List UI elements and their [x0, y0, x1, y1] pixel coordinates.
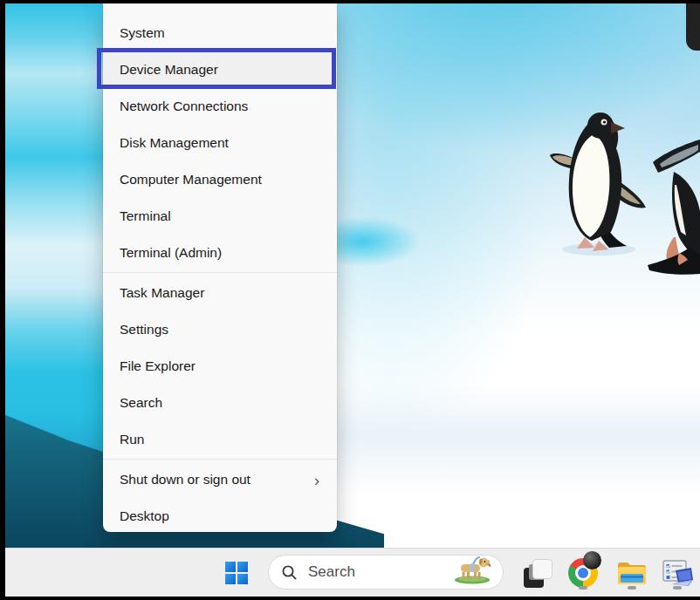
menu-item-label: Task Manager	[120, 285, 204, 301]
chrome-button[interactable]	[564, 554, 602, 592]
menu-item-run[interactable]: Run	[103, 421, 337, 458]
menu-item-label: Computer Management	[120, 172, 262, 188]
snow-shadow-band	[332, 384, 700, 497]
menu-separator	[103, 459, 337, 460]
menu-item-label: Settings	[120, 322, 168, 338]
menu-item-label: Run	[120, 432, 144, 447]
menu-item-disk-management[interactable]: Disk Management	[103, 125, 337, 161]
menu-item-label: Device Manager	[120, 62, 218, 78]
menu-item-label: Shut down or sign out	[120, 472, 250, 488]
taskbar-search-box[interactable]: Search	[268, 555, 504, 590]
menu-item-label: Desktop	[120, 508, 169, 524]
menu-item-shut-down-or-sign-out[interactable]: Shut down or sign out ›	[103, 461, 337, 498]
file-explorer-button[interactable]	[613, 554, 651, 592]
corner-dark-shape	[686, 0, 700, 51]
task-view-button[interactable]	[517, 554, 555, 592]
crop-frame-bottom	[0, 597, 700, 600]
menu-item-computer-management[interactable]: Computer Management	[103, 161, 337, 198]
running-indicator	[628, 586, 636, 590]
menu-item-system[interactable]: System	[103, 15, 337, 51]
menu-item-network-connections[interactable]: Network Connections	[103, 88, 337, 125]
start-button[interactable]	[217, 554, 256, 592]
search-icon	[281, 564, 298, 581]
iceberg-cyan-patch	[325, 216, 421, 267]
menu-item-search[interactable]: Search	[103, 385, 337, 421]
menu-item-label: Terminal (Admin)	[120, 245, 222, 261]
chevron-right-icon: ›	[314, 472, 319, 488]
windows-logo-icon	[225, 562, 248, 584]
crop-frame-top	[0, 0, 700, 3]
menu-item-label: File Explorer	[120, 358, 196, 374]
running-indicator	[579, 586, 587, 590]
menu-item-desktop[interactable]: Desktop	[103, 498, 337, 535]
crop-frame-left	[0, 0, 5, 600]
running-indicator	[673, 586, 682, 590]
profile-avatar	[583, 551, 601, 569]
menu-item-settings[interactable]: Settings	[103, 311, 337, 348]
menu-item-terminal[interactable]: Terminal	[103, 198, 337, 235]
menu-item-label: Search	[120, 395, 162, 411]
menu-item-file-explorer[interactable]: File Explorer	[103, 348, 337, 385]
desktop-screen: System Device Manager Network Connection…	[0, 0, 700, 600]
penguin-partial-image	[648, 124, 700, 294]
search-placeholder: Search	[308, 563, 355, 581]
menu-item-label: Disk Management	[120, 135, 229, 151]
folder-icon	[616, 560, 648, 586]
menu-item-label: Terminal	[120, 208, 171, 224]
menu-item-label: System	[120, 25, 165, 41]
winx-menu: System Device Manager Network Connection…	[103, 3, 337, 532]
device-manager-button[interactable]	[658, 554, 697, 592]
menu-separator	[103, 272, 337, 273]
menu-item-terminal-admin[interactable]: Terminal (Admin)	[103, 235, 337, 271]
penguin-image	[548, 110, 653, 258]
menu-item-task-manager[interactable]: Task Manager	[103, 275, 337, 311]
menu-item-device-manager[interactable]: Device Manager	[103, 51, 337, 88]
menu-item-label: Network Connections	[120, 99, 248, 114]
search-highlight-dog-image[interactable]	[450, 553, 496, 588]
